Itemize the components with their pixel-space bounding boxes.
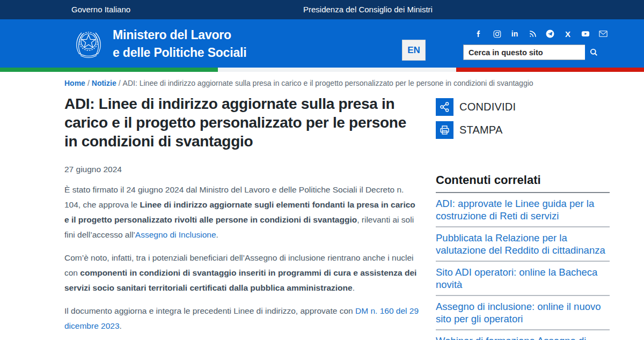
p2-bold-text: componenti in condizioni di svantaggio i… bbox=[64, 268, 416, 292]
breadcrumb: Home/Notizie/ADI: Linee di indirizzo agg… bbox=[64, 79, 612, 87]
rss-icon[interactable] bbox=[528, 29, 537, 39]
related-item[interactable]: Assegno di inclusione: online il nuovo s… bbox=[436, 296, 610, 330]
related-link[interactable]: Assegno di inclusione: online il nuovo s… bbox=[436, 301, 601, 324]
related-link[interactable]: Sito ADI operatori: online la Bacheca no… bbox=[436, 267, 597, 290]
article-paragraph-2: Com’è noto, infatti, tra i potenziali be… bbox=[64, 250, 422, 295]
flag-green-segment bbox=[0, 68, 218, 72]
presidenza-consiglio-link[interactable]: Presidenza del Consiglio dei Ministri bbox=[303, 5, 433, 14]
governo-italiano-link[interactable]: Governo Italiano bbox=[71, 5, 130, 14]
flag-white-segment bbox=[218, 68, 456, 72]
print-button-label: STAMPA bbox=[459, 124, 502, 136]
site-header: Ministero del Lavoro e delle Politiche S… bbox=[0, 19, 644, 68]
search-button[interactable] bbox=[585, 45, 603, 60]
breadcrumb-separator: / bbox=[119, 79, 121, 87]
italy-emblem-logo[interactable] bbox=[71, 24, 106, 62]
article-paragraph-3: Il documento aggiorna e integra le prece… bbox=[64, 304, 422, 334]
related-link[interactable]: ADI: approvate le Linee guida per la cos… bbox=[436, 198, 594, 221]
related-link[interactable]: Webinar di formazione Assegno di Inclusi… bbox=[436, 335, 601, 340]
p3-text: Il documento aggiorna e integra le prece… bbox=[64, 306, 355, 315]
breadcrumb-home-link[interactable]: Home bbox=[64, 79, 85, 87]
related-item[interactable]: Webinar di formazione Assegno di Inclusi… bbox=[436, 330, 610, 340]
article-paragraph-1: È stato firmato il 24 giugno 2024 dal Mi… bbox=[64, 182, 422, 242]
related-content-title: Contenuti correlati bbox=[436, 173, 610, 187]
assegno-inclusione-link[interactable]: Assegno di Inclusione bbox=[135, 230, 216, 239]
telegram-icon[interactable] bbox=[545, 29, 555, 39]
language-en-button[interactable]: EN bbox=[402, 40, 426, 61]
italian-flag-stripe bbox=[0, 68, 644, 72]
ministry-title-line2: e delle Politiche Sociali bbox=[113, 44, 246, 62]
breadcrumb-current-page: ADI: Linee di indirizzo aggiornate sulla… bbox=[123, 79, 533, 87]
article-main-column: ADI: Linee di indirizzo aggiornate sulla… bbox=[64, 94, 422, 340]
ministry-title[interactable]: Ministero del Lavoro e delle Politiche S… bbox=[113, 26, 246, 62]
print-button[interactable]: STAMPA bbox=[436, 121, 610, 139]
flag-red-segment bbox=[456, 68, 644, 72]
social-links-bar: in X bbox=[474, 28, 608, 40]
page-title: ADI: Linee di indirizzo aggiornate sulla… bbox=[64, 94, 422, 151]
search-icon bbox=[589, 47, 599, 57]
p3-text: . bbox=[120, 321, 122, 330]
x-twitter-icon[interactable]: X bbox=[563, 29, 573, 39]
government-topbar: Governo Italiano Presidenza del Consigli… bbox=[0, 0, 644, 19]
article-date: 27 giugno 2024 bbox=[64, 165, 422, 174]
linkedin-icon[interactable]: in bbox=[510, 29, 519, 39]
related-content-box: Contenuti correlati ADI: approvate le Li… bbox=[436, 173, 610, 340]
search-input[interactable] bbox=[463, 45, 585, 60]
p2-text: . bbox=[353, 283, 355, 292]
share-icon bbox=[436, 98, 453, 116]
instagram-icon[interactable] bbox=[492, 29, 502, 39]
breadcrumb-notizie-link[interactable]: Notizie bbox=[92, 79, 116, 87]
share-button-label: CONDIVIDI bbox=[459, 101, 516, 113]
site-search bbox=[463, 45, 603, 60]
breadcrumb-separator: / bbox=[87, 79, 90, 87]
youtube-icon[interactable] bbox=[581, 29, 590, 39]
related-item[interactable]: Pubblicata la Relazione per la valutazio… bbox=[436, 227, 610, 262]
share-button[interactable]: CONDIVIDI bbox=[436, 98, 610, 116]
email-icon[interactable] bbox=[598, 29, 608, 39]
print-icon bbox=[436, 121, 453, 139]
related-item[interactable]: Sito ADI operatori: online la Bacheca no… bbox=[436, 262, 610, 296]
related-link[interactable]: Pubblicata la Relazione per la valutazio… bbox=[436, 232, 605, 256]
article-side-column: CONDIVIDI STAMPA Contenuti correlati ADI… bbox=[436, 98, 610, 340]
ministry-title-line1: Ministero del Lavoro bbox=[113, 26, 246, 44]
p1-text: . bbox=[216, 230, 218, 239]
related-item[interactable]: ADI: approvate le Linee guida per la cos… bbox=[436, 193, 610, 227]
facebook-icon[interactable] bbox=[474, 29, 484, 39]
